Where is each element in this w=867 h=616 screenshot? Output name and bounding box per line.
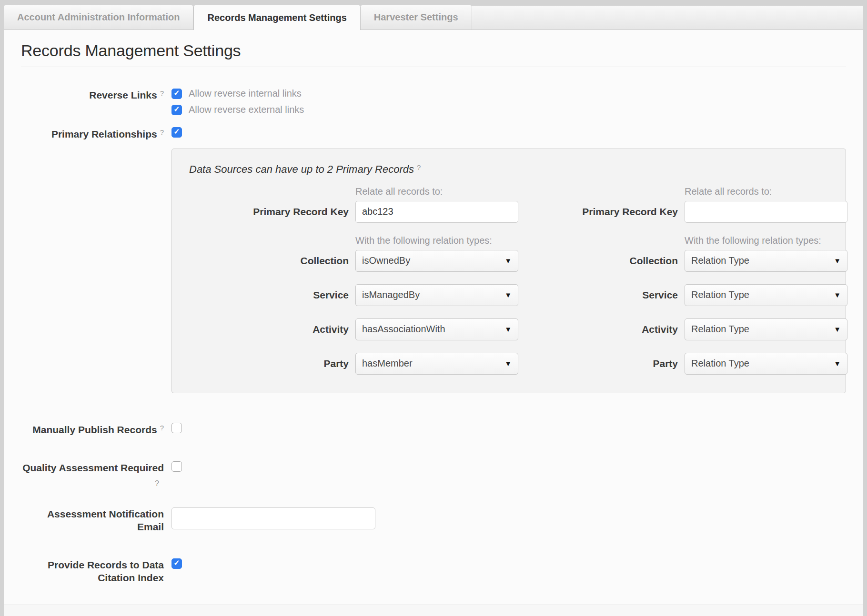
select-value: Relation Type (691, 255, 749, 266)
party-relation-row: Party Relation Type ▼ (518, 353, 847, 375)
party-relation-select-2[interactable]: Relation Type ▼ (685, 353, 847, 375)
collection-label: Collection (518, 255, 678, 267)
service-relation-select-2[interactable]: Relation Type ▼ (685, 284, 847, 306)
title-divider (21, 67, 846, 67)
activity-relation-select[interactable]: hasAssociationWith ▼ (355, 318, 518, 340)
allow-reverse-internal-label: Allow reverse internal links (189, 88, 302, 99)
collection-relation-row: Collection Relation Type ▼ (518, 250, 847, 272)
select-value: isOwnedBy (362, 255, 410, 266)
help-icon[interactable]: ? (417, 163, 421, 171)
tab-bar: Account Administration Information Recor… (4, 6, 863, 30)
manually-publish-control: ✓ (171, 423, 846, 435)
assessment-email-input[interactable] (171, 507, 375, 529)
citation-index-row: Provide Records to Data Citation Index ✓ (21, 558, 846, 585)
relation-types-label: With the following relation types: (355, 235, 518, 246)
relate-all-records-label: Relate all records to: (685, 186, 847, 197)
primary-record-column-2: Relate all records to: Primary Record Ke… (518, 186, 847, 375)
collection-relation-select[interactable]: isOwnedBy ▼ (355, 250, 518, 272)
help-icon[interactable]: ? (160, 128, 164, 136)
spacer (189, 223, 518, 235)
party-relation-row: Party hasMember ▼ (189, 353, 518, 375)
primary-relationships-label-text: Primary Relationships (51, 129, 157, 139)
primary-record-key-row: Primary Record Key (189, 201, 518, 223)
chevron-down-icon: ▼ (504, 257, 512, 265)
service-relation-select[interactable]: isManagedBy ▼ (355, 284, 518, 306)
tab-account-administration-information[interactable]: Account Administration Information (4, 5, 193, 30)
quality-assessment-label: Quality Assessment Required ? (21, 461, 164, 488)
reverse-links-options: ✓ Allow reverse internal links ✓ Allow r… (171, 88, 846, 120)
primary-records-panel: Data Sources can have up to 2 Primary Re… (171, 149, 846, 393)
party-relation-select[interactable]: hasMember ▼ (355, 353, 518, 375)
chevron-down-icon: ▼ (504, 291, 512, 299)
citation-index-label: Provide Records to Data Citation Index (21, 558, 164, 585)
reverse-external-option: ✓ Allow reverse external links (171, 104, 846, 115)
footer: Save Cancel (4, 605, 863, 616)
primary-relationships-label: Primary Relationships? (21, 127, 164, 141)
select-value: hasMember (362, 358, 413, 369)
help-icon[interactable]: ? (160, 89, 164, 97)
manually-publish-row: Manually Publish Records? ✓ (21, 423, 846, 437)
assessment-email-label: Assessment Notification Email (21, 507, 164, 534)
quality-assessment-checkbox[interactable]: ✓ (171, 461, 182, 472)
check-icon: ✓ (173, 128, 180, 136)
chevron-down-icon: ▼ (834, 359, 841, 368)
reverse-links-label: Reverse Links? (21, 88, 164, 102)
chevron-down-icon: ▼ (504, 359, 512, 368)
tab-records-management-settings[interactable]: Records Management Settings (193, 5, 360, 30)
collection-label: Collection (189, 255, 349, 267)
spacer (518, 223, 847, 235)
select-value: Relation Type (691, 324, 749, 335)
activity-label: Activity (518, 324, 678, 335)
manually-publish-label-text: Manually Publish Records (32, 424, 157, 435)
select-value: hasAssociationWith (362, 324, 445, 335)
allow-reverse-external-label: Allow reverse external links (189, 104, 304, 115)
help-icon[interactable]: ? (160, 424, 164, 432)
activity-relation-row: Activity Relation Type ▼ (518, 318, 847, 340)
allow-reverse-external-checkbox[interactable]: ✓ (171, 105, 182, 115)
party-label: Party (518, 358, 678, 369)
chevron-down-icon: ▼ (834, 291, 841, 299)
page-title: Records Management Settings (21, 41, 846, 60)
activity-relation-row: Activity hasAssociationWith ▼ (189, 318, 518, 340)
content-area: Records Management Settings Reverse Link… (4, 30, 863, 585)
manually-publish-label: Manually Publish Records? (21, 423, 164, 437)
primary-record-key-label: Primary Record Key (189, 206, 349, 218)
primary-relationships-control: ✓ (171, 127, 846, 138)
manually-publish-checkbox[interactable]: ✓ (171, 423, 182, 433)
quality-assessment-row: Quality Assessment Required ? ✓ (21, 461, 846, 488)
service-relation-row: Service isManagedBy ▼ (189, 284, 518, 306)
citation-index-checkbox[interactable]: ✓ (171, 558, 182, 569)
citation-index-control: ✓ (171, 558, 846, 569)
service-label: Service (518, 289, 678, 301)
assessment-email-row: Assessment Notification Email (21, 507, 846, 534)
service-label: Service (189, 289, 349, 301)
collection-relation-select-2[interactable]: Relation Type ▼ (685, 250, 847, 272)
activity-label: Activity (189, 324, 349, 335)
panel-heading: Data Sources can have up to 2 Primary Re… (189, 163, 846, 176)
relate-all-records-label: Relate all records to: (355, 186, 518, 197)
help-icon[interactable]: ? (21, 479, 164, 488)
primary-relationships-row: Primary Relationships? ✓ (21, 127, 846, 141)
activity-relation-select-2[interactable]: Relation Type ▼ (685, 318, 847, 340)
select-value: Relation Type (691, 289, 749, 300)
reverse-links-row: Reverse Links? ✓ Allow reverse internal … (21, 88, 846, 120)
party-label: Party (189, 358, 349, 369)
service-relation-row: Service Relation Type ▼ (518, 284, 847, 306)
check-icon: ✓ (173, 89, 180, 97)
check-icon: ✓ (173, 559, 180, 567)
collection-relation-row: Collection isOwnedBy ▼ (189, 250, 518, 272)
primary-record-key-input-2[interactable] (685, 201, 847, 223)
reverse-links-label-text: Reverse Links (89, 89, 157, 100)
reverse-internal-option: ✓ Allow reverse internal links (171, 88, 846, 99)
assessment-email-control (171, 507, 846, 529)
primary-record-key-row: Primary Record Key (518, 201, 847, 223)
primary-relationships-checkbox[interactable]: ✓ (171, 127, 182, 138)
primary-record-column-1: Relate all records to: Primary Record Ke… (189, 186, 518, 375)
check-icon: ✓ (173, 106, 180, 113)
quality-assessment-label-text: Quality Assessment Required (22, 462, 164, 473)
select-value: isManagedBy (362, 289, 420, 300)
tab-harvester-settings[interactable]: Harvester Settings (361, 5, 472, 30)
allow-reverse-internal-checkbox[interactable]: ✓ (171, 89, 182, 99)
page: Account Administration Information Recor… (4, 6, 863, 616)
primary-record-key-input[interactable] (355, 201, 518, 223)
